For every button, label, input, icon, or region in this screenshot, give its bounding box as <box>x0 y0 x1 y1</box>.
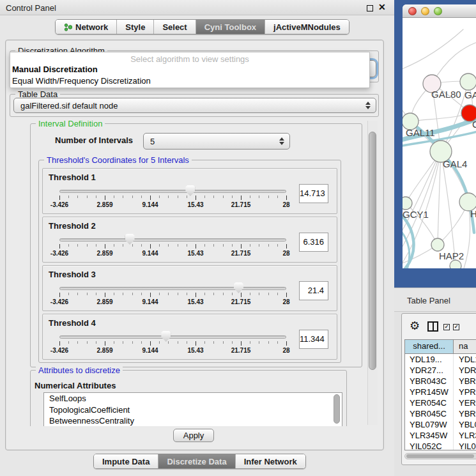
threshold-value-field[interactable]: 6.316 <box>299 233 328 252</box>
attribute-list-item[interactable]: SelfLoops <box>44 393 342 404</box>
node-label: H <box>470 208 476 219</box>
slider-track[interactable] <box>59 287 286 290</box>
table-row[interactable]: YDL19...YDL1 <box>405 354 476 365</box>
dropdown-option-manual[interactable]: Manual Discretization <box>10 64 369 75</box>
interval-definition-label: Interval Definition <box>36 119 105 128</box>
cell-name: YPR1 <box>454 387 476 397</box>
minimize-traffic-light-icon[interactable] <box>421 7 429 15</box>
cell-name: YDL1 <box>454 354 476 365</box>
cell-name: YBR0 <box>454 376 476 387</box>
top-tab-bar: NetworkStyleSelectCyni ToolboxjActiveMNo… <box>55 19 349 35</box>
tab-select[interactable]: Select <box>154 20 196 34</box>
table-row[interactable]: YPR145WYPR1 <box>405 387 476 397</box>
gray-edge[interactable] <box>464 202 470 268</box>
node-label: GA <box>464 89 476 100</box>
float-window-icon[interactable] <box>367 5 373 12</box>
close-traffic-light-icon[interactable] <box>408 7 417 15</box>
table-data-combobox[interactable]: galFiltered.sif default node <box>13 98 376 113</box>
cell-name: YDR2 <box>454 365 476 376</box>
number-of-intervals-combobox[interactable]: 5 <box>143 133 290 150</box>
network-node-hap2[interactable] <box>431 238 444 251</box>
zoom-traffic-light-icon[interactable] <box>434 7 442 15</box>
table-row[interactable]: YER054CYER0 <box>405 397 476 408</box>
table-row[interactable]: YIL052CYIL0 <box>405 441 476 450</box>
slider-track[interactable] <box>59 335 286 339</box>
tab-label: Select <box>162 22 187 32</box>
table-row[interactable]: YBL079WYBL0 <box>405 419 476 430</box>
column-header-shared-name[interactable]: shared... <box>405 340 454 354</box>
cell-shared-name: YPR145W <box>405 387 454 397</box>
gray-edge[interactable] <box>403 29 463 70</box>
threshold-label: Threshold 2 <box>49 221 96 231</box>
checkbox-icon[interactable]: ✓ <box>453 324 459 330</box>
algorithm-dropdown-popup: Select algorithm to view settings Manual… <box>10 52 370 88</box>
close-icon[interactable]: ✕ <box>378 2 386 12</box>
node-label: C <box>472 119 476 130</box>
slider-track[interactable] <box>59 238 286 242</box>
slider-ticks <box>59 196 286 201</box>
thresholds-group-label: Threshold's Coordinates for 5 Intervals <box>44 155 192 165</box>
list-scrollbar-thumb[interactable] <box>334 394 340 424</box>
dropdown-option-equal-width[interactable]: Equal Width/Frequency Discretization <box>10 75 369 87</box>
tab-label: Style <box>125 22 145 32</box>
table-row[interactable]: YLR345WYLR3 <box>405 430 476 441</box>
checkbox-icon[interactable]: ✓ <box>443 324 450 330</box>
network-node[interactable] <box>450 260 461 268</box>
tab-label: Network <box>75 22 108 32</box>
tab-discretize-data[interactable]: Discretize Data <box>158 454 235 468</box>
apply-button[interactable]: Apply <box>173 429 214 442</box>
tab-network[interactable]: Network <box>56 20 117 34</box>
table-hscrollbar-track[interactable] <box>404 453 476 459</box>
slider-ticks <box>59 244 286 249</box>
table-row[interactable]: YDR27...YDR2 <box>405 365 476 376</box>
column-layout-icon[interactable] <box>427 321 438 332</box>
table-hscrollbar-thumb[interactable] <box>406 454 474 458</box>
table-row[interactable]: YBR043CYBR0 <box>405 376 476 387</box>
node-label: GAL11 <box>406 127 435 138</box>
table-data-combobox-value: galFiltered.sif default node <box>20 101 118 111</box>
node-label: HAP2 <box>439 250 464 261</box>
interval-definition-group: Interval Definition Number of Intervals … <box>30 123 362 367</box>
attribute-list-item[interactable]: TopologicalCoefficient <box>44 404 342 416</box>
gear-icon[interactable]: ⚙ <box>410 319 420 333</box>
network-node-gcy1[interactable] <box>403 197 412 210</box>
numerical-attributes-label: Numerical Attributes <box>35 381 116 390</box>
table-rows: YDL19...YDL1YDR27...YDR2YBR043CYBR0YPR14… <box>405 354 476 450</box>
threshold-value-field[interactable]: 21.4 <box>299 281 328 300</box>
tab-style[interactable]: Style <box>117 20 154 34</box>
network-canvas-svg[interactable]: GAL80GACGAL11GAL4GCY1HHAP2 <box>403 18 476 268</box>
slider-thumb[interactable] <box>125 234 135 245</box>
tab-jactivemnodules[interactable]: jActiveMNodules <box>265 20 349 34</box>
control-panel-titlebar: Control Panel ✕ <box>0 0 394 15</box>
cyni-toolbox-panel: Discretization Algorithm Select algorith… <box>5 40 384 450</box>
tab-cyni-toolbox[interactable]: Cyni Toolbox <box>196 20 265 34</box>
numerical-attributes-list[interactable]: SelfLoopsTopologicalCoefficientBetweenne… <box>43 392 342 426</box>
bottom-tab-bar: Impute DataDiscretize DataInfer Network <box>93 454 306 469</box>
threshold-value-field[interactable]: 11.344 <box>299 330 328 349</box>
table-row[interactable]: YBR045CYBR0 <box>405 408 476 419</box>
gray-edge[interactable] <box>410 113 470 121</box>
cell-shared-name: YBL079W <box>405 419 454 430</box>
threshold-value-field[interactable]: 14.713 <box>299 184 328 203</box>
slider-thumb[interactable] <box>234 282 243 293</box>
right-dock: GAL80GACGAL11GAL4GCY1HHAP2 Table Panel ⚙… <box>394 0 476 476</box>
stepper-arrows-icon <box>279 137 284 145</box>
column-header-name[interactable]: na <box>454 340 476 354</box>
slider-thumb[interactable] <box>185 185 195 196</box>
node-label: GCY1 <box>403 209 429 220</box>
cell-shared-name: YLR345W <box>405 430 454 441</box>
tab-label: Impute Data <box>102 457 150 466</box>
tab-infer-network[interactable]: Infer Network <box>236 454 305 468</box>
slider-thumb[interactable] <box>161 331 171 342</box>
slider-track[interactable] <box>59 190 286 193</box>
cell-shared-name: YDL19... <box>405 354 454 365</box>
window-title: Control Panel <box>6 3 56 13</box>
main-scrollbar-thumb[interactable] <box>369 132 376 370</box>
tab-label: jActiveMNodules <box>273 22 341 32</box>
attribute-list-item[interactable]: BetweennessCentrality <box>44 415 342 426</box>
network-window-frame: GAL80GACGAL11GAL4GCY1HHAP2 <box>394 0 476 288</box>
threshold-panel: Threshold 3-3.4262.8599.14415.4321.71528… <box>42 265 337 311</box>
slider-tick-labels: -3.4262.8599.14415.4321.71528 <box>59 347 286 355</box>
tab-impute-data[interactable]: Impute Data <box>94 454 158 468</box>
network-node-ga[interactable] <box>460 73 476 90</box>
